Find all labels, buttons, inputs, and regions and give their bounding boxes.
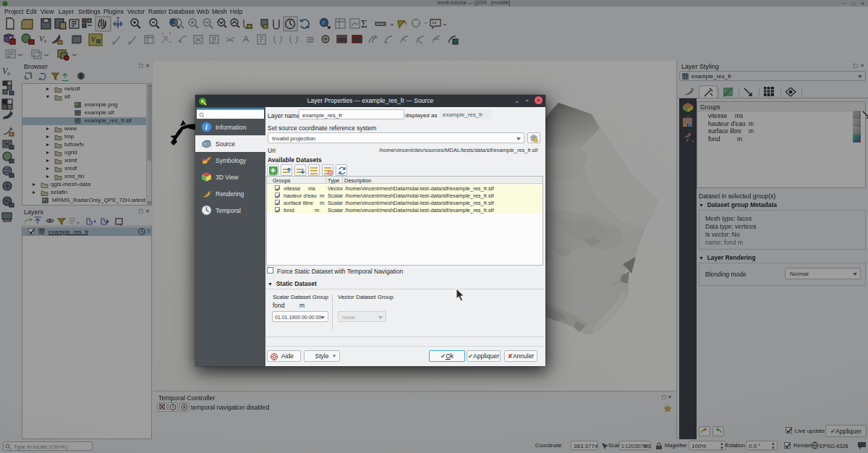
svg-text:V₀: V₀ xyxy=(2,66,11,76)
svg-text:i: i xyxy=(323,20,324,26)
svg-text:Σ: Σ xyxy=(361,18,367,30)
svg-text:abc: abc xyxy=(339,37,347,42)
svg-text:i: i xyxy=(205,123,208,131)
svg-text:abc: abc xyxy=(354,37,362,42)
svg-text:V₀: V₀ xyxy=(39,34,47,43)
